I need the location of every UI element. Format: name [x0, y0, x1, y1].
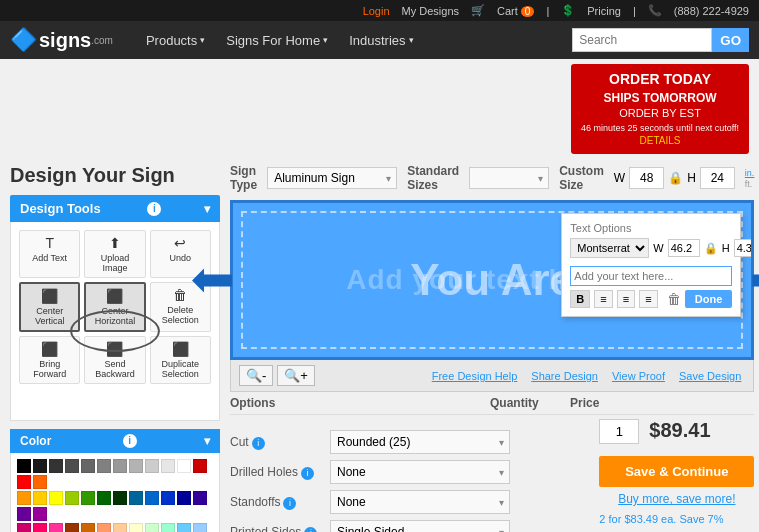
view-proof-link[interactable]: View Proof [608, 368, 669, 384]
color-swatch[interactable] [129, 459, 143, 473]
option-info-icon[interactable]: i [283, 497, 296, 510]
color-swatch[interactable] [97, 459, 111, 473]
option-select[interactable]: None [330, 490, 510, 514]
color-swatch[interactable] [193, 459, 207, 473]
color-swatch[interactable] [33, 475, 47, 489]
color-swatch[interactable] [145, 459, 159, 473]
color-swatch[interactable] [81, 523, 95, 532]
zoom-in-btn[interactable]: 🔍+ [277, 365, 315, 386]
color-swatch[interactable] [97, 491, 111, 505]
color-info[interactable]: i [123, 434, 137, 448]
save-design-link[interactable]: Save Design [675, 368, 745, 384]
color-swatch[interactable] [33, 459, 47, 473]
send-backward-btn[interactable]: ⬛ Send Backward [84, 336, 145, 384]
text-delete-btn[interactable]: 🗑 [667, 291, 681, 307]
width-input[interactable] [629, 167, 664, 189]
color-swatch[interactable] [17, 523, 31, 532]
center-horizontal-btn[interactable]: ⬛ Center Horizontal [84, 282, 145, 332]
sign-type-select[interactable]: Aluminum Sign [267, 167, 397, 189]
color-swatch[interactable] [81, 491, 95, 505]
buy-more-link[interactable]: Buy more, save more! [599, 492, 754, 506]
zoom-out-btn[interactable]: 🔍- [239, 365, 273, 386]
text-done-btn[interactable]: Done [685, 290, 733, 308]
text-h-input[interactable] [734, 239, 755, 257]
industries-nav[interactable]: Industries ▾ [341, 29, 421, 52]
color-swatch[interactable] [177, 459, 191, 473]
order-banner[interactable]: ORDER TODAY SHIPS TOMORROW ORDER BY EST … [571, 64, 749, 154]
color-swatch[interactable] [33, 491, 47, 505]
color-swatch[interactable] [177, 491, 191, 505]
color-swatch[interactable] [17, 491, 31, 505]
center-vertical-btn[interactable]: ⬛ Center Vertical [19, 282, 80, 332]
color-swatch[interactable] [49, 523, 63, 532]
color-swatch[interactable] [161, 459, 175, 473]
align-left-btn[interactable]: ≡ [594, 290, 612, 308]
save-continue-btn[interactable]: Save & Continue [599, 456, 754, 487]
color-swatch[interactable] [177, 523, 191, 532]
option-select[interactable]: None [330, 460, 510, 484]
design-tools-header[interactable]: Design Tools i ▾ [10, 195, 220, 222]
pricing-link[interactable]: Pricing [587, 5, 621, 17]
canvas-area[interactable]: Add your text here... You Are Text Optio… [230, 200, 754, 360]
upload-image-btn[interactable]: ⬆ Upload Image [84, 230, 145, 278]
bold-btn[interactable]: B [570, 290, 590, 308]
color-swatch[interactable] [113, 491, 127, 505]
color-swatch[interactable] [193, 523, 207, 532]
text-w-input[interactable] [668, 239, 700, 257]
unit-ft[interactable]: ft. [745, 179, 755, 189]
duplicate-btn[interactable]: ⬛ Duplicate Selection [150, 336, 211, 384]
color-swatch[interactable] [33, 507, 47, 521]
color-swatch[interactable] [65, 459, 79, 473]
my-designs-link[interactable]: My Designs [402, 5, 459, 17]
std-sizes-select[interactable] [469, 167, 549, 189]
text-options-popup: Text Options Montserrat W 🔒 H B [561, 213, 741, 317]
color-swatch[interactable] [145, 491, 159, 505]
color-swatch[interactable] [81, 459, 95, 473]
color-swatch[interactable] [161, 491, 175, 505]
color-swatch[interactable] [145, 523, 159, 532]
price-display: $89.41 [649, 419, 710, 442]
option-select[interactable]: Single Sided [330, 520, 510, 532]
free-design-link[interactable]: Free Design Help [428, 368, 522, 384]
color-swatch[interactable] [113, 523, 127, 532]
color-swatch[interactable] [129, 523, 143, 532]
font-select[interactable]: Montserrat [570, 238, 649, 258]
color-swatch[interactable] [161, 523, 175, 532]
text-content-input[interactable] [570, 266, 732, 286]
share-design-link[interactable]: Share Design [527, 368, 602, 384]
align-center-btn[interactable]: ≡ [617, 290, 635, 308]
color-swatch[interactable] [65, 523, 79, 532]
color-swatch[interactable] [17, 459, 31, 473]
unit-in[interactable]: in. [745, 168, 755, 178]
color-swatch[interactable] [49, 459, 63, 473]
option-info-icon[interactable]: i [252, 437, 265, 450]
search-input[interactable] [572, 28, 712, 52]
option-info-icon[interactable]: i [304, 527, 317, 532]
bring-forward-btn[interactable]: ⬛ Bring Forward [19, 336, 80, 384]
quantity-input[interactable] [599, 419, 639, 444]
bulk-price-link[interactable]: 2 for $83.49 ea. Save 7% [599, 513, 723, 525]
color-swatch[interactable] [17, 507, 31, 521]
signs-for-home-nav[interactable]: Signs For Home ▾ [218, 29, 336, 52]
option-info-icon[interactable]: i [301, 467, 314, 480]
search-button[interactable]: GO [712, 28, 749, 52]
color-swatch[interactable] [193, 491, 207, 505]
color-swatch[interactable] [97, 523, 111, 532]
logo[interactable]: 🔷 signs .com [10, 27, 113, 53]
design-tools-info[interactable]: i [147, 202, 161, 216]
color-header[interactable]: Color i ▾ [10, 429, 220, 453]
products-nav[interactable]: Products ▾ [138, 29, 213, 52]
color-swatch[interactable] [49, 491, 63, 505]
color-swatch[interactable] [17, 475, 31, 489]
order-details-link[interactable]: DETAILS [581, 134, 739, 148]
align-right-btn[interactable]: ≡ [639, 290, 657, 308]
color-swatch[interactable] [33, 523, 47, 532]
login-link[interactable]: Login [363, 5, 390, 17]
option-select[interactable]: Rounded (25) [330, 430, 510, 454]
height-input[interactable] [700, 167, 735, 189]
add-text-btn[interactable]: T Add Text [19, 230, 80, 278]
color-swatch[interactable] [129, 491, 143, 505]
color-swatch[interactable] [65, 491, 79, 505]
color-swatch[interactable] [113, 459, 127, 473]
cart-link[interactable]: Cart 0 [497, 5, 534, 17]
